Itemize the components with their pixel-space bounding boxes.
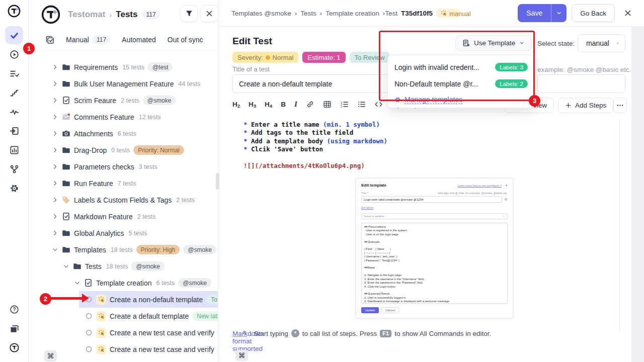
rail-item-plans[interactable] [5,64,23,82]
select-all-icon[interactable] [45,35,54,44]
filter-button[interactable] [180,5,198,22]
tree-item[interactable]: Parameters checks3 tests [29,158,218,175]
tree-item[interactable]: Drag-Drop0 testsPriority: Normal [29,142,218,158]
tree-item-badge: @smoke [178,278,211,288]
command-palette-key[interactable]: ⌘ [235,350,248,361]
toolbar-table-button[interactable] [323,100,332,109]
tree-item[interactable]: Create a new test case and verify [29,324,218,341]
breadcrumb-part[interactable]: Template creation [326,10,379,17]
add-steps-button[interactable]: Add Steps [558,98,613,113]
tree-item[interactable]: Templates18 testsPriority: High@smoke [29,241,218,258]
test-tree-panel: Testomat › Tests 117 Manual 117 Automate… [29,0,218,362]
toolbar-b-button[interactable]: B [281,101,286,108]
project-logo-icon[interactable] [41,5,60,24]
rail-item-reports[interactable] [5,141,23,159]
save-button[interactable]: Save [518,4,567,22]
rail-item-tests[interactable] [5,26,23,44]
test-status-ring-icon[interactable] [85,345,93,353]
tree-item[interactable]: Create a default templateNew label [29,308,218,324]
rail-item-help[interactable]: ? [5,300,23,318]
test-id: T35df10f5 [401,10,433,17]
markdown-format-link[interactable]: Markdown format supported [232,330,247,337]
test-status-ring-icon[interactable] [85,329,93,336]
chevron-down-icon[interactable] [52,246,58,253]
tree-item[interactable]: Labels & Custom Fields & Tags2 tests [29,192,218,208]
chevron-right-icon[interactable] [52,97,58,104]
tree-item[interactable]: Create a new test case and verify [29,341,218,357]
project-name[interactable]: Testomat [68,10,105,20]
toolbar-i-button[interactable]: I [294,100,297,109]
rail-item-milestones[interactable] [5,83,23,102]
toolbar-ol-button[interactable]: 123 [340,100,349,109]
toolbar-h3-button[interactable]: H3 [249,101,256,108]
chevron-right-icon[interactable] [52,130,58,137]
attachment-image-preview[interactable]: Edit template Learn more how to use temp… [356,178,513,318]
toolbar-code-button[interactable] [374,100,383,109]
tree-scrollbar-thumb[interactable] [216,173,219,190]
markdown-editor[interactable]: * Enter a title name (min. 1 symbol)* Ad… [244,121,387,170]
caret-down-icon [615,41,620,46]
test-badges: Severity:Normal Estimate: 1 To Review [232,52,389,63]
go-back-button[interactable]: Go Back [572,4,615,22]
chevron-right-icon[interactable] [52,213,58,220]
tree-item[interactable]: Comments Feature12 tests [29,109,218,125]
tree-item[interactable]: Run Feature7 tests [29,175,218,192]
rail-item-docs[interactable] [5,319,23,337]
tree-item[interactable]: Scrim Feaure2 tests@smoke [29,92,218,109]
camera-icon [62,129,70,138]
rail-item-import[interactable] [5,122,23,140]
manage-templates-link[interactable]: Manage templates [388,92,534,104]
chevron-down-icon[interactable] [74,280,80,286]
severity-dot-icon [266,55,270,60]
chevron-right-icon[interactable] [52,197,58,203]
tree-item[interactable]: Global Analytics5 tests [29,225,218,241]
command-palette-key[interactable]: ⌘ [44,350,57,361]
close-panel-button[interactable] [200,5,218,22]
tree-item[interactable]: Markdown Feature2 tests [29,208,218,225]
save-dropdown-button[interactable] [551,10,567,16]
chevron-down-icon[interactable] [63,263,69,269]
chevron-right-icon[interactable] [52,147,58,153]
tree-item[interactable]: Create a non-default templateTo Review [79,291,218,308]
use-template-button[interactable]: Use Template [455,35,532,51]
chevron-right-icon[interactable] [52,230,58,236]
tree-item[interactable]: Requirements15 tests@test [29,59,218,75]
tree-item[interactable]: Bulk User Management Feature44 tests [29,75,218,92]
template-menu-item[interactable]: Login with invalid credent...Labels: 3 [388,59,534,75]
rail-item-runs[interactable] [5,45,23,63]
rail-item-settings[interactable] [5,179,23,197]
breadcrumb[interactable]: Templates @smoke›Tests›Template creation… [231,9,518,18]
rail-item-analytics[interactable] [5,103,23,121]
tree-item-label: Create a new test case and verify [110,329,214,337]
tree-item-count: 7 tests [118,180,136,187]
toolbar-link-button[interactable] [306,100,314,109]
more-actions-button[interactable] [613,98,627,113]
chevron-right-icon[interactable] [52,163,58,170]
tree-item[interactable]: Template creation6 tests@smoke [29,275,218,291]
chevron-right-icon[interactable] [52,64,58,70]
chevron-right-icon[interactable] [52,114,58,120]
template-menu-item[interactable]: Non-Default template @r...Labels: 2 [388,75,534,92]
state-select[interactable]: manual [578,34,625,52]
toolbar-ul-button[interactable] [357,100,366,109]
tree-item[interactable]: Tests18 tests@smoke [29,258,218,275]
breadcrumb-part[interactable]: Tests [300,10,316,17]
rail-item-logo[interactable] [5,338,23,356]
test-status-ring-icon[interactable] [85,312,93,320]
doc-icon [62,96,70,105]
toolbar-h4-button[interactable]: H4 [265,101,272,108]
tree-item[interactable]: Attachments6 tests [29,125,218,142]
breadcrumb-part[interactable]: Templates @smoke [231,10,291,17]
close-icon [205,10,213,18]
template-dropdown-menu: Login with invalid credent...Labels: 3No… [387,55,535,108]
chevron-right-icon[interactable] [52,180,58,187]
tags-input[interactable] [537,74,625,93]
tab-manual[interactable]: Manual 117 [66,35,110,44]
close-editor-icon[interactable] [624,9,632,17]
rail-item-branches[interactable] [5,160,23,178]
chevron-right-icon[interactable] [52,80,58,87]
tab-automated[interactable]: Automated [122,36,156,44]
tab-out-of-sync[interactable]: Out of sync [168,36,203,44]
annotation-arrowhead [82,294,89,303]
toolbar-h2-button[interactable]: H2 [232,101,240,108]
